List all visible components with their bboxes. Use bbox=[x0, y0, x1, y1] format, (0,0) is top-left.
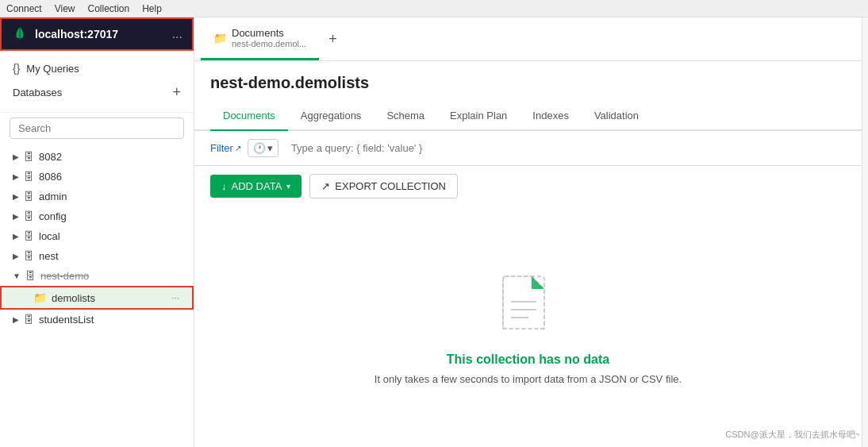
dropdown-arrow-icon: ▾ bbox=[267, 142, 273, 154]
db-name: local bbox=[39, 230, 60, 242]
add-database-button[interactable]: + bbox=[172, 84, 181, 101]
tab-indexes[interactable]: Indexes bbox=[520, 102, 582, 131]
connection-title: localhost:27017 bbox=[35, 28, 118, 40]
add-data-dropdown-icon: ▾ bbox=[286, 182, 290, 191]
chevron-right-icon: ▶ bbox=[13, 192, 19, 201]
db-name: 8082 bbox=[39, 151, 62, 163]
empty-state: This collection has no data It only take… bbox=[194, 206, 862, 447]
collection-tabs: Documents Aggregations Schema Explain Pl… bbox=[194, 102, 862, 131]
chevron-right-icon: ▶ bbox=[13, 212, 19, 221]
sidebar-item-demolists[interactable]: 📁 demolists ··· bbox=[0, 286, 194, 310]
breadcrumb-folder-icon: 📁 bbox=[213, 32, 227, 44]
collection-name: demolists bbox=[52, 292, 95, 304]
folder-icon: 📁 bbox=[33, 291, 47, 304]
action-bar: ↓ ADD DATA ▾ ↗ EXPORT COLLECTION bbox=[194, 166, 862, 206]
db-stack-icon: 🗄 bbox=[24, 230, 34, 242]
db-name: admin bbox=[39, 191, 67, 202]
sidebar-item-8086[interactable]: ▶ 🗄 8086 bbox=[0, 167, 194, 187]
breadcrumb-bar: 📁 Documents nest-demo.demol... + bbox=[194, 17, 862, 61]
filter-link[interactable]: Filter ↗ bbox=[210, 142, 241, 154]
add-data-label: ADD DATA bbox=[232, 180, 282, 192]
menu-bar: Connect View Collection Help bbox=[0, 0, 868, 17]
breadcrumb-content: Documents nest-demo.demol... bbox=[232, 27, 306, 48]
breadcrumb-documents-tab[interactable]: 📁 Documents nest-demo.demol... bbox=[201, 17, 319, 60]
scrollbar[interactable] bbox=[862, 17, 868, 447]
tab-validation[interactable]: Validation bbox=[582, 102, 651, 131]
chevron-right-icon: ▶ bbox=[13, 172, 19, 181]
filter-history-button[interactable]: 🕐 ▾ bbox=[248, 139, 278, 157]
filter-bar: Filter ↗ 🕐 ▾ bbox=[194, 131, 862, 166]
menu-connect[interactable]: Connect bbox=[6, 3, 42, 14]
breadcrumb-label: Documents bbox=[232, 27, 306, 39]
sidebar-item-admin[interactable]: ▶ 🗄 admin bbox=[0, 187, 194, 206]
watermark: CSDN@派大星，我们去抓水母吧~ bbox=[725, 429, 860, 441]
databases-section: Databases + bbox=[0, 79, 194, 106]
empty-state-description: It only takes a few seconds to import da… bbox=[374, 373, 682, 385]
chevron-right-icon: ▶ bbox=[13, 152, 19, 161]
sidebar-item-my-queries[interactable]: {} My Queries bbox=[0, 57, 194, 79]
sidebar-item-nest-demo[interactable]: ▼ 🗄 nest-demo bbox=[0, 266, 194, 286]
sidebar-item-studentslist[interactable]: ▶ 🗄 studentsList bbox=[0, 310, 194, 329]
filter-label: Filter bbox=[210, 142, 233, 154]
tab-explain-plan[interactable]: Explain Plan bbox=[437, 102, 520, 131]
db-name: studentsList bbox=[39, 314, 94, 326]
sidebar-tree: ▶ 🗄 8082 ▶ 🗄 8086 ▶ 🗄 admin ▶ 🗄 config ▶ bbox=[0, 144, 194, 447]
export-collection-button[interactable]: ↗ EXPORT COLLECTION bbox=[309, 174, 458, 198]
clock-icon: 🕐 bbox=[253, 142, 266, 154]
collection-title: nest-demo.demolists bbox=[210, 74, 846, 92]
db-name: nest bbox=[39, 250, 59, 262]
menu-view[interactable]: View bbox=[55, 3, 75, 14]
sidebar-item-nest[interactable]: ▶ 🗄 nest bbox=[0, 246, 194, 266]
chevron-down-icon: ▼ bbox=[13, 272, 21, 280]
sidebar-item-config[interactable]: ▶ 🗄 config bbox=[0, 206, 194, 226]
add-data-button[interactable]: ↓ ADD DATA ▾ bbox=[210, 175, 301, 198]
databases-label: Databases bbox=[13, 87, 62, 98]
tab-documents[interactable]: Documents bbox=[210, 102, 288, 131]
db-name: 8086 bbox=[39, 171, 62, 183]
empty-state-title: This collection has no data bbox=[447, 353, 609, 367]
sidebar-item-8082[interactable]: ▶ 🗄 8082 bbox=[0, 147, 194, 167]
connection-logo: localhost:27017 bbox=[11, 25, 118, 43]
menu-collection[interactable]: Collection bbox=[88, 3, 130, 14]
db-stack-icon: 🗄 bbox=[24, 250, 34, 262]
db-stack-icon: 🗄 bbox=[25, 270, 36, 282]
db-name: nest-demo bbox=[40, 270, 89, 282]
connection-header[interactable]: localhost:27017 ... bbox=[0, 17, 194, 51]
collection-header: nest-demo.demolists bbox=[194, 61, 862, 102]
sidebar-nav: {} My Queries Databases + bbox=[0, 51, 194, 113]
db-stack-icon: 🗄 bbox=[24, 191, 34, 202]
search-input[interactable] bbox=[10, 118, 184, 139]
empty-collection-icon bbox=[497, 268, 560, 340]
collection-actions-icon[interactable]: ··· bbox=[171, 292, 179, 303]
export-label: EXPORT COLLECTION bbox=[335, 180, 446, 192]
chevron-right-icon: ▶ bbox=[13, 232, 19, 241]
sidebar: localhost:27017 ... {} My Queries Databa… bbox=[0, 17, 194, 447]
db-stack-icon: 🗄 bbox=[24, 210, 34, 222]
tab-schema[interactable]: Schema bbox=[374, 102, 437, 131]
connection-menu-icon[interactable]: ... bbox=[172, 27, 182, 41]
add-tab-button[interactable]: + bbox=[319, 25, 347, 54]
filter-input[interactable] bbox=[285, 139, 846, 157]
tab-aggregations[interactable]: Aggregations bbox=[288, 102, 374, 131]
db-stack-icon: 🗄 bbox=[24, 151, 34, 163]
main-content: 📁 Documents nest-demo.demol... + nest-de… bbox=[194, 17, 862, 447]
db-stack-icon: 🗄 bbox=[24, 314, 34, 326]
sidebar-search-container bbox=[0, 113, 194, 144]
export-icon: ↗ bbox=[321, 180, 330, 192]
my-queries-label: My Queries bbox=[26, 63, 79, 75]
chevron-right-icon: ▶ bbox=[13, 252, 19, 260]
sidebar-item-local[interactable]: ▶ 🗄 local bbox=[0, 226, 194, 246]
db-stack-icon: 🗄 bbox=[24, 171, 34, 183]
external-link-icon: ↗ bbox=[235, 144, 241, 152]
db-name: config bbox=[39, 210, 67, 222]
mongodb-logo-icon bbox=[11, 25, 29, 43]
breadcrumb-subtitle: nest-demo.demol... bbox=[232, 39, 306, 48]
menu-help[interactable]: Help bbox=[142, 3, 162, 14]
chevron-right-icon: ▶ bbox=[13, 315, 19, 324]
add-data-icon: ↓ bbox=[221, 180, 227, 192]
queries-icon: {} bbox=[13, 62, 20, 75]
